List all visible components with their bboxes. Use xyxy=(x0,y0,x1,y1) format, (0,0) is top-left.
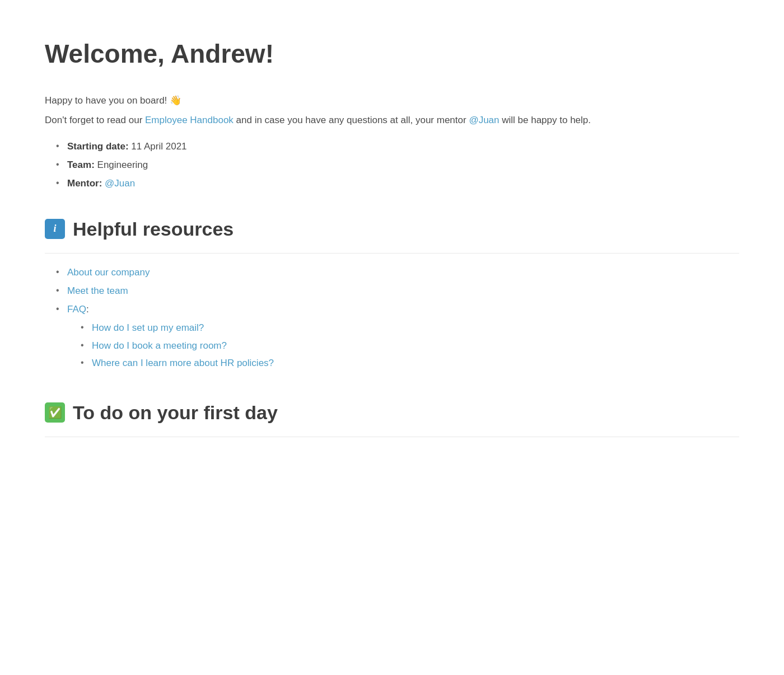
helpful-resources-section: i Helpful resources About our company Me… xyxy=(45,214,739,371)
starting-date-item: Starting date: 11 April 2021 xyxy=(56,139,739,154)
check-icon: ✅ xyxy=(45,402,65,423)
faq-hr-item: Where can I learn more about HR policies… xyxy=(81,355,739,371)
todo-heading: ✅ To do on your first day xyxy=(45,397,739,437)
meet-team-link[interactable]: Meet the team xyxy=(67,285,128,296)
resources-list: About our company Meet the team FAQ: How… xyxy=(56,265,739,371)
resource-meet-team: Meet the team xyxy=(56,283,739,298)
faq-meeting-item: How do I book a meeting room? xyxy=(81,338,739,353)
faq-meeting-link[interactable]: How do I book a meeting room? xyxy=(92,340,227,351)
details-list: Starting date: 11 April 2021 Team: Engin… xyxy=(56,139,739,191)
faq-hr-link[interactable]: Where can I learn more about HR policies… xyxy=(92,358,274,368)
info-icon: i xyxy=(45,219,65,239)
mentor-link[interactable]: @Juan xyxy=(105,178,135,189)
helpful-resources-heading: i Helpful resources xyxy=(45,214,739,254)
intro-pre-text: Don't forget to read our xyxy=(45,115,145,125)
todo-section: ✅ To do on your first day xyxy=(45,397,739,437)
team-value: Engineering xyxy=(97,160,148,170)
faq-email-link[interactable]: How do I set up my email? xyxy=(92,322,204,333)
intro-line2: Don't forget to read our Employee Handbo… xyxy=(45,112,739,128)
intro-post-text: will be happy to help. xyxy=(500,115,591,125)
page-title: Welcome, Andrew! xyxy=(45,34,739,75)
intro-mid-text: and in case you have any questions at al… xyxy=(234,115,469,125)
faq-email-item: How do I set up my email? xyxy=(81,320,739,335)
mentor-link-intro[interactable]: @Juan xyxy=(469,115,499,125)
about-company-link[interactable]: About our company xyxy=(67,267,150,278)
todo-title: To do on your first day xyxy=(73,397,278,428)
mentor-item: Mentor: @Juan xyxy=(56,176,739,191)
faq-link[interactable]: FAQ xyxy=(67,304,86,315)
team-label: Team: xyxy=(67,160,95,170)
resource-faq: FAQ: How do I set up my email? How do I … xyxy=(56,302,739,371)
starting-date-label: Starting date: xyxy=(67,141,129,152)
faq-sublist: How do I set up my email? How do I book … xyxy=(81,320,739,371)
starting-date-value: 11 April 2021 xyxy=(131,141,186,152)
team-item: Team: Engineering xyxy=(56,157,739,172)
mentor-label: Mentor: xyxy=(67,178,102,189)
faq-colon: : xyxy=(86,304,89,315)
helpful-resources-title: Helpful resources xyxy=(73,214,234,244)
resource-about-company: About our company xyxy=(56,265,739,280)
intro-line1: Happy to have you on board! 👋 xyxy=(45,93,739,108)
employee-handbook-link[interactable]: Employee Handbook xyxy=(145,115,234,125)
